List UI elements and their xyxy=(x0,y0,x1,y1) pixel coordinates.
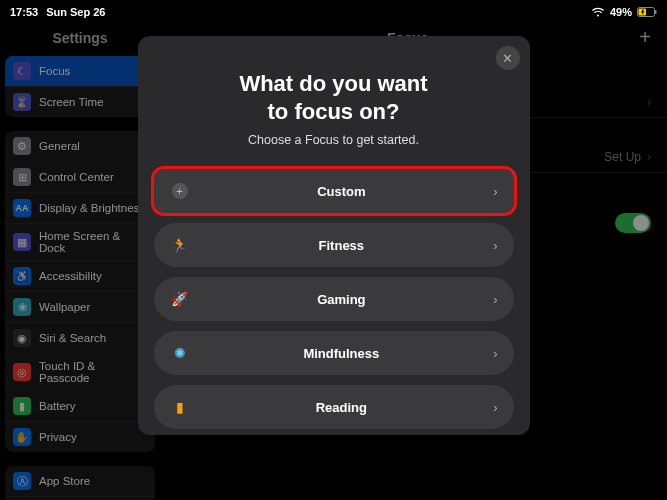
chevron-right-icon: › xyxy=(493,292,497,307)
status-bar: 17:53 Sun Sep 26 49% xyxy=(0,0,667,20)
rocket-icon: 🚀 xyxy=(170,291,190,307)
focus-picker-modal: ✕ What do you want to focus on? Choose a… xyxy=(138,36,530,435)
modal-subtitle: Choose a Focus to get started. xyxy=(154,133,514,147)
focus-option-custom[interactable]: + Custom › xyxy=(154,169,514,213)
svg-rect-2 xyxy=(655,10,657,14)
option-label: Gaming xyxy=(190,292,494,307)
option-label: Mindfulness xyxy=(190,346,494,361)
lotus-icon: ✺ xyxy=(170,345,190,361)
focus-option-mindfulness[interactable]: ✺ Mindfulness › xyxy=(154,331,514,375)
status-date: Sun Sep 26 xyxy=(46,6,105,18)
wifi-icon xyxy=(591,7,605,17)
close-button[interactable]: ✕ xyxy=(496,46,520,70)
focus-option-gaming[interactable]: 🚀 Gaming › xyxy=(154,277,514,321)
modal-title: What do you want to focus on? xyxy=(174,70,494,125)
modal-overlay: ✕ What do you want to focus on? Choose a… xyxy=(0,20,667,500)
chevron-right-icon: › xyxy=(493,238,497,253)
option-label: Reading xyxy=(190,400,494,415)
focus-option-reading[interactable]: ▮ Reading › xyxy=(154,385,514,429)
chevron-right-icon: › xyxy=(493,346,497,361)
plus-circle-icon: + xyxy=(170,183,190,199)
book-icon: ▮ xyxy=(170,399,190,415)
close-icon: ✕ xyxy=(502,51,513,66)
chevron-right-icon: › xyxy=(493,184,497,199)
focus-option-fitness[interactable]: 🏃 Fitness › xyxy=(154,223,514,267)
status-time: 17:53 xyxy=(10,6,38,18)
option-label: Fitness xyxy=(190,238,494,253)
battery-percent: 49% xyxy=(610,6,632,18)
running-icon: 🏃 xyxy=(170,237,190,253)
chevron-right-icon: › xyxy=(493,400,497,415)
option-label: Custom xyxy=(190,184,494,199)
battery-icon xyxy=(637,7,657,17)
